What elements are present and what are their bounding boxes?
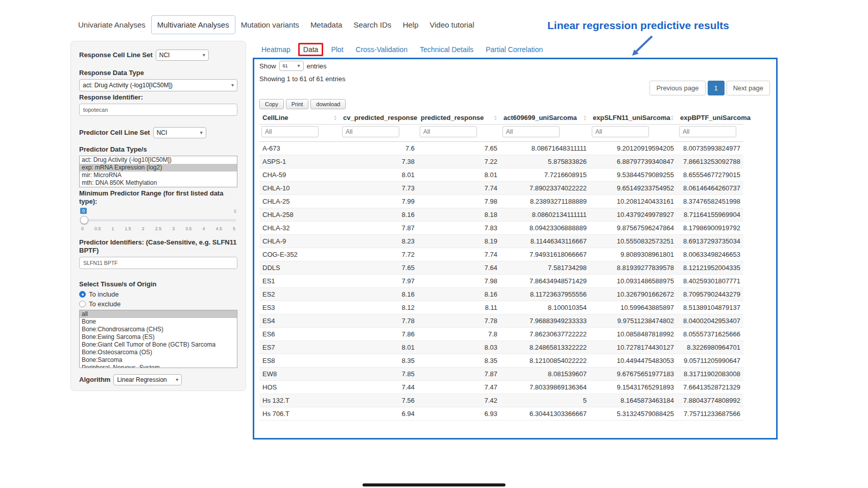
listbox-option[interactable]: exp: mRNA Expression (log2) <box>80 164 237 172</box>
algorithm-select[interactable]: Linear Regression ▾ <box>113 374 182 385</box>
response-cell-line-set-select[interactable]: NCI ▾ <box>156 50 209 61</box>
header-row: ▲▼ CellLine ▲▼ cv_predicted_response ▲▼ … <box>259 111 743 125</box>
export-button[interactable]: download <box>310 99 346 109</box>
table-row[interactable]: DDLS 7.65 7.64 7.581734298 8.81939277839… <box>259 261 743 275</box>
listbox-option[interactable]: Bone:Osteosarcoma (OS) <box>80 349 237 356</box>
nav-item[interactable]: Video tutorial <box>424 16 479 34</box>
cell-value: 7.75711233687566 <box>677 407 743 421</box>
sort-icon[interactable]: ▲▼ <box>494 115 497 121</box>
cell-value: 7.22 <box>418 155 500 168</box>
radio-unselected-icon[interactable] <box>79 301 86 307</box>
radio-selected-icon[interactable] <box>79 291 86 298</box>
response-identifier-input[interactable] <box>79 104 237 116</box>
column-filter-input[interactable] <box>502 126 560 137</box>
showing-info: Showing 1 to 61 of 61 entries <box>259 75 345 83</box>
listbox-option[interactable]: mth: DNA 850K Methylation <box>80 179 237 187</box>
nav-item[interactable]: Metadata <box>305 16 348 34</box>
cell-value: 7.85 <box>340 368 418 381</box>
predictor-cell-line-set-select[interactable]: NCI ▾ <box>153 127 206 138</box>
listbox-option[interactable]: all <box>80 310 237 318</box>
result-tab[interactable]: Data <box>298 43 324 56</box>
cell-line-name: CHLA-9 <box>259 235 340 248</box>
column-filter-input[interactable] <box>679 126 736 137</box>
cell-value: 7.78 <box>340 314 418 328</box>
column-filter-input[interactable] <box>342 126 399 137</box>
tissue-listbox[interactable]: all Bone Bone:Chondrosarcoma (CHS) Bone:… <box>79 310 237 368</box>
table-row[interactable]: ES8 8.35 8.35 8.12100854022222 10.449447… <box>259 354 743 368</box>
column-header[interactable]: ▲▼ CellLine <box>259 111 340 125</box>
nav-item[interactable]: Mutation variants <box>235 16 305 34</box>
predictor-identifiers-input[interactable] <box>79 257 237 269</box>
table-row[interactable]: CHLA-9 8.23 8.19 8.11446343116667 10.555… <box>259 235 743 248</box>
table-row[interactable]: CHLA-25 7.99 7.98 8.23893271188889 10.20… <box>259 195 743 208</box>
column-filter-input[interactable] <box>420 126 477 137</box>
min-predictor-range-slider[interactable]: 0 5 00.511.522.533.544.55 <box>80 208 236 234</box>
nav-item[interactable]: Help <box>397 16 424 34</box>
cell-value: 7.89023374022222 <box>500 182 590 195</box>
listbox-option[interactable]: act: Drug Activity (-log10[IC50M]) <box>80 156 237 164</box>
table-row[interactable]: ASPS-1 7.38 7.22 5.875833826 6.887977393… <box>259 155 743 168</box>
table-row[interactable]: ES6 7.86 7.8 7.86230637722222 10.0858487… <box>259 328 743 341</box>
nav-item[interactable]: Multivariate Analyses <box>151 15 235 34</box>
table-row[interactable]: ES1 7.97 7.98 7.86434948571429 10.093148… <box>259 275 743 288</box>
table-row[interactable]: A-673 7.6 7.65 8.08671648311111 9.201209… <box>259 142 743 155</box>
sort-icon[interactable]: ▲▼ <box>583 115 587 121</box>
select-value: NCI <box>159 52 170 59</box>
column-header-label: CellLine <box>262 114 288 121</box>
tissue-include-option[interactable]: To include <box>79 290 237 298</box>
table-row[interactable]: Hs 706.T 6.94 6.93 6.30441303366667 5.31… <box>259 407 743 421</box>
sort-icon[interactable]: ▲▼ <box>333 115 337 121</box>
select-value: NCI <box>157 129 167 136</box>
column-header[interactable]: ▲▼ predicted_response <box>418 111 500 125</box>
table-row[interactable]: CHLA-32 7.87 7.83 8.09423306888889 9.875… <box>259 222 743 235</box>
previous-page-button[interactable]: Previous page <box>649 81 705 95</box>
listbox-option[interactable]: Peripheral_Nervous_System <box>80 364 237 368</box>
cell-line-name: ASPS-1 <box>259 155 340 168</box>
listbox-option[interactable]: mir: MicroRNA <box>80 172 237 179</box>
sort-icon[interactable]: ▲▼ <box>670 115 674 121</box>
table-row[interactable]: COG-E-352 7.72 7.74 7.94931618066667 9.8… <box>259 248 743 261</box>
result-tab[interactable]: Technical Details <box>415 43 478 56</box>
table-row[interactable]: ES7 8.01 8.03 8.24865813322222 10.727817… <box>259 341 743 354</box>
export-button[interactable]: Print <box>286 99 309 109</box>
table-row[interactable]: CHLA-10 7.73 7.74 7.89023374022222 9.651… <box>259 182 743 195</box>
table-row[interactable]: Hs 132.T 7.56 7.42 5 8.1645873463184 7.8… <box>259 394 743 407</box>
table-row[interactable]: CHA-59 8.01 8.01 7.7216608915 9.53844579… <box>259 168 743 182</box>
result-tab[interactable]: Heatmap <box>257 43 295 56</box>
listbox-option[interactable]: Bone:Ewing Sarcoma (ES) <box>80 333 237 341</box>
nav-item[interactable]: Search IDs <box>348 16 397 34</box>
chevron-down-icon: ▾ <box>176 377 178 382</box>
result-tab[interactable]: Plot <box>326 43 348 56</box>
export-button[interactable]: Copy <box>259 99 284 109</box>
slider-track[interactable] <box>80 219 236 222</box>
result-tab[interactable]: Cross-Validation <box>351 43 413 56</box>
listbox-option[interactable]: Bone:Sarcoma <box>80 356 237 364</box>
listbox-option[interactable]: Bone:Chondrosarcoma (CHS) <box>80 326 237 333</box>
table-row[interactable]: ES4 7.78 7.78 7.96883949233333 9.9751123… <box>259 314 743 328</box>
result-tab[interactable]: Partial Correlation <box>481 43 547 56</box>
entries-count-select[interactable]: 61 ▾ <box>279 61 304 71</box>
column-filter-input[interactable] <box>592 126 649 137</box>
table-row[interactable]: ES2 8.16 8.16 8.11723637955556 10.326790… <box>259 288 743 301</box>
column-header[interactable]: ▲▼ act609699_uniSarcoma <box>500 111 590 125</box>
column-header[interactable]: ▲▼ expSLFN11_uniSarcoma <box>590 111 677 125</box>
listbox-option[interactable]: Bone:Giant Cell Tumor of Bone (GCTB) Sar… <box>80 341 237 349</box>
table-row[interactable]: EW8 7.85 7.87 8.081539607 9.676756519771… <box>259 368 743 381</box>
table-row[interactable]: HOS 7.44 7.47 7.80339869136364 9.1543176… <box>259 381 743 394</box>
slider-value-badge: 0 <box>80 208 87 214</box>
response-data-type-select[interactable]: act: Drug Activity (-log10[IC50M]) ▾ <box>79 79 237 91</box>
nav-item[interactable]: Univariate Analyses <box>73 16 151 34</box>
current-page-button[interactable]: 1 <box>708 81 725 95</box>
table-row[interactable]: ES3 8.12 8.11 8.100010354 10.59964388589… <box>259 301 743 314</box>
slider-handle[interactable] <box>80 216 88 224</box>
table-row[interactable]: CHLA-258 8.16 8.18 8.08602134111111 10.4… <box>259 208 743 222</box>
filter-cell <box>677 125 743 142</box>
tissue-exclude-option[interactable]: To exclude <box>79 300 237 308</box>
listbox-option[interactable]: Bone <box>80 318 237 326</box>
column-filter-input[interactable] <box>261 126 319 137</box>
column-header[interactable]: ▲▼ cv_predicted_response <box>340 111 418 125</box>
predictor-data-types-listbox[interactable]: act: Drug Activity (-log10[IC50M]) exp: … <box>79 156 237 187</box>
column-header[interactable]: ▲▼ expBPTF_uniSarcoma <box>677 111 743 125</box>
next-page-button[interactable]: Next page <box>727 81 770 95</box>
cell-value: 8.23893271188889 <box>500 195 590 208</box>
